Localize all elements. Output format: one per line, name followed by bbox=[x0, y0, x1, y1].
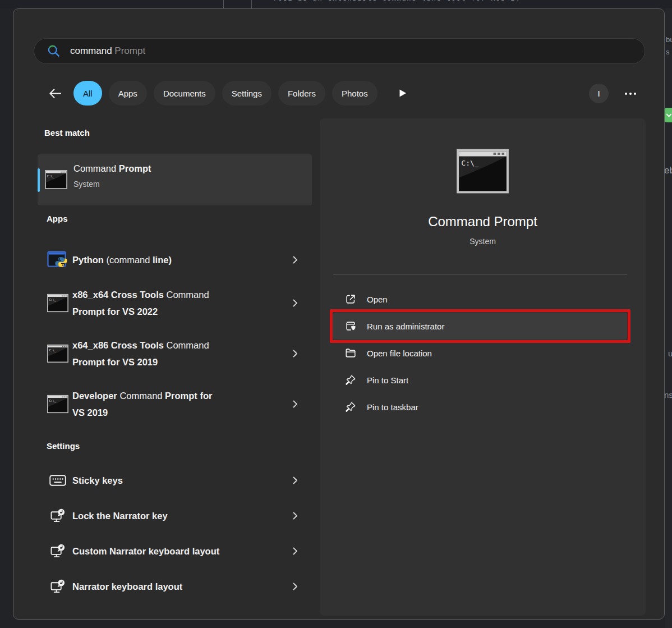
background-window-top-strip: ros2 is an extensible command line tool … bbox=[0, 0, 672, 8]
result-icon-cell bbox=[47, 542, 68, 561]
result-title: Sticky keys bbox=[72, 472, 123, 489]
chevron-right-icon bbox=[291, 255, 300, 264]
result-item[interactable]: Sticky keys bbox=[34, 466, 312, 494]
action-pin-to-taskbar[interactable]: Pin to taskbar bbox=[333, 393, 627, 420]
action-open[interactable]: Open bbox=[333, 286, 627, 313]
selection-accent-bar bbox=[38, 168, 40, 192]
title-segment: Command bbox=[167, 290, 209, 300]
command-prompt-icon: C:\_ bbox=[45, 170, 67, 189]
result-section: AppsPython (command line)C:\_x86_x64 Cro… bbox=[34, 212, 312, 423]
filter-tab-settings[interactable]: Settings bbox=[222, 81, 271, 106]
best-match-item[interactable]: C:\_ Command Prompt System bbox=[38, 154, 312, 205]
result-title-line: Lock the Narrator key bbox=[72, 507, 168, 524]
user-avatar[interactable]: I bbox=[589, 84, 609, 103]
folder-icon bbox=[344, 347, 357, 359]
action-label: Open file location bbox=[367, 349, 432, 358]
result-item[interactable]: Narrator keyboard layout bbox=[34, 572, 312, 601]
section-header: Apps bbox=[34, 212, 312, 226]
result-title-line: Prompt for VS 2019 bbox=[72, 354, 209, 370]
background-fragment: ns bbox=[664, 391, 672, 399]
result-item[interactable]: C:\_Developer Command Prompt forVS 2019 bbox=[34, 386, 312, 423]
result-sections: AppsPython (command line)C:\_x86_x64 Cro… bbox=[34, 212, 312, 608]
run-as-admin-icon bbox=[344, 320, 357, 332]
result-item[interactable]: C:\_x64_x86 Cross Tools CommandPrompt fo… bbox=[34, 335, 312, 372]
python-icon bbox=[47, 250, 68, 269]
result-item[interactable]: Python (command line) bbox=[34, 246, 312, 274]
title-segment: x86_x64 Cross Tools bbox=[72, 290, 167, 300]
filter-tab-all[interactable]: All bbox=[73, 81, 102, 106]
title-segment: Custom Narrator keyboard layout bbox=[72, 546, 219, 556]
title-segment: Command bbox=[73, 163, 119, 173]
best-match-header: Best match bbox=[44, 128, 90, 137]
filter-tab-photos[interactable]: Photos bbox=[332, 81, 378, 106]
result-icon-cell: C:\_ bbox=[47, 294, 68, 313]
svg-text:C:\_: C:\_ bbox=[49, 298, 57, 302]
search-typed-text: command bbox=[70, 45, 112, 57]
pin-icon bbox=[344, 374, 357, 386]
preview-pane: C:\_ Command Prompt System OpenRun as ad… bbox=[320, 118, 646, 616]
narrator-icon bbox=[50, 508, 66, 524]
background-fragment: s bbox=[666, 48, 670, 56]
background-divider bbox=[251, 0, 252, 8]
result-item[interactable]: C:\_x86_x64 Cross Tools CommandPrompt fo… bbox=[34, 285, 312, 322]
title-segment: line) bbox=[153, 255, 172, 265]
result-item[interactable]: Lock the Narrator key bbox=[34, 502, 312, 530]
back-button[interactable] bbox=[47, 85, 63, 102]
result-section: SettingsSticky keysLock the Narrator key… bbox=[34, 439, 312, 601]
action-label: Open bbox=[367, 295, 388, 304]
result-title-line: VS 2019 bbox=[72, 404, 212, 421]
result-icon-cell bbox=[47, 250, 68, 269]
more-options-button[interactable] bbox=[618, 84, 643, 103]
command-prompt-icon: C:\_ bbox=[457, 149, 509, 194]
result-title: Lock the Narrator key bbox=[72, 507, 168, 524]
svg-text:C:\_: C:\_ bbox=[49, 349, 57, 352]
title-segment: Narrator keyboard layout bbox=[72, 581, 182, 592]
title-segment: Prompt for VS 2019 bbox=[72, 357, 158, 367]
title-segment: Command bbox=[167, 340, 209, 350]
result-title: Custom Narrator keyboard layout bbox=[72, 543, 219, 560]
result-icon-cell bbox=[47, 506, 68, 525]
action-pin-to-start[interactable]: Pin to Start bbox=[333, 366, 627, 393]
filter-tab-apps[interactable]: Apps bbox=[109, 81, 147, 106]
action-list: OpenRun as administratorOpen file locati… bbox=[333, 286, 627, 420]
chevron-right-icon bbox=[291, 511, 300, 520]
open-external-icon bbox=[344, 293, 357, 305]
result-icon-cell bbox=[47, 471, 68, 490]
result-icon-cell: C:\_ bbox=[47, 395, 68, 414]
action-open-file-location[interactable]: Open file location bbox=[333, 340, 627, 366]
result-title: Narrator keyboard layout bbox=[72, 578, 182, 595]
narrator-icon bbox=[50, 544, 66, 559]
more-filters-icon[interactable] bbox=[397, 88, 408, 99]
divider bbox=[333, 274, 627, 275]
result-title: x64_x86 Cross Tools CommandPrompt for VS… bbox=[72, 337, 209, 370]
filter-tab-folders[interactable]: Folders bbox=[278, 81, 325, 106]
background-fragment: eb bbox=[664, 166, 672, 175]
action-run-as-administrator[interactable]: Run as administrator bbox=[333, 313, 627, 340]
result-title-line: Developer Command Prompt for bbox=[72, 387, 212, 404]
command-prompt-icon: C:\_ bbox=[47, 344, 68, 363]
filter-bar: AllAppsDocumentsSettingsFoldersPhotos bbox=[34, 81, 645, 106]
title-segment: x64_x86 Cross Tools bbox=[72, 340, 167, 350]
section-header: Settings bbox=[34, 439, 312, 453]
title-segment: Sticky keys bbox=[72, 475, 123, 485]
title-segment: (command bbox=[107, 255, 153, 265]
result-icon-cell bbox=[47, 577, 68, 596]
result-title: x86_x64 Cross Tools CommandPrompt for VS… bbox=[72, 286, 209, 320]
preview-subtitle: System bbox=[320, 237, 646, 246]
background-divider bbox=[223, 0, 224, 8]
result-item[interactable]: Custom Narrator keyboard layout bbox=[34, 537, 312, 565]
title-segment: Lock the Narrator key bbox=[72, 511, 168, 521]
search-input[interactable]: command Prompt bbox=[34, 38, 645, 64]
filter-tab-documents[interactable]: Documents bbox=[154, 81, 215, 106]
svg-text:C:\_: C:\_ bbox=[461, 159, 479, 167]
background-green-button[interactable] bbox=[664, 108, 672, 122]
chevron-right-icon bbox=[291, 400, 300, 409]
pin-icon bbox=[344, 401, 357, 413]
result-title-line: Prompt for VS 2022 bbox=[72, 303, 209, 320]
background-fragment: u bbox=[668, 349, 672, 357]
command-prompt-icon: C:\_ bbox=[47, 294, 68, 313]
narrator-icon bbox=[50, 579, 66, 594]
best-match-title: Command Prompt bbox=[73, 163, 151, 174]
command-prompt-icon: C:\_ bbox=[47, 395, 68, 414]
keyboard-icon bbox=[49, 474, 66, 487]
